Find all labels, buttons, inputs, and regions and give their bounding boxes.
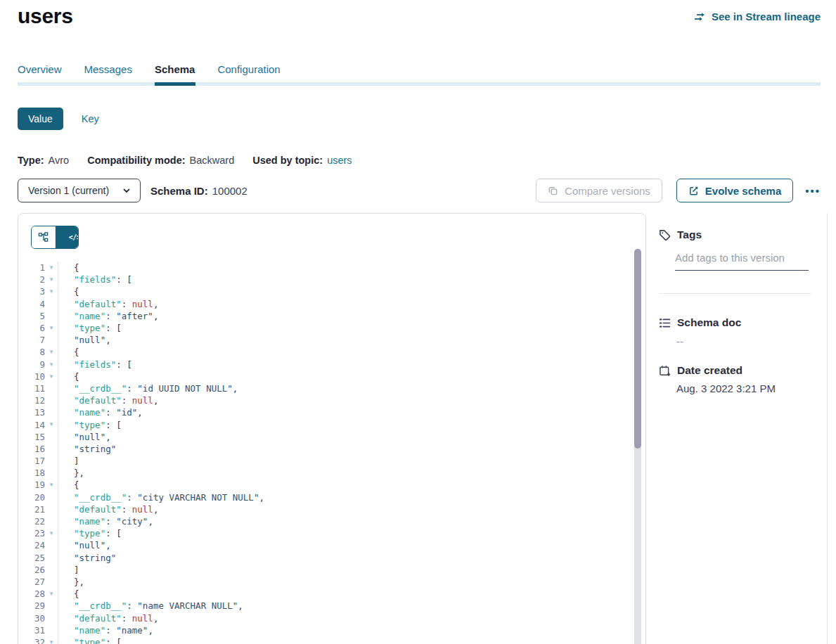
code-line: 26 ] <box>18 564 645 576</box>
code-line: 1▾{ <box>18 262 645 273</box>
code-line: 3▾ { <box>18 285 645 297</box>
code-text: "__crdb__": "id UUID NOT NULL", <box>58 382 238 394</box>
code-line: 6▾ "type": [ <box>18 322 645 334</box>
line-number: 28 <box>18 588 45 599</box>
code-line: 27 }, <box>18 576 645 588</box>
code-line: 30 "default": null, <box>18 612 645 624</box>
code-text: { <box>58 262 79 273</box>
schema-details-sidebar: Tags Schema doc -- Date created Aug. 3 2… <box>657 213 828 644</box>
version-select[interactable]: Version 1 (current) <box>18 179 141 202</box>
tag-icon <box>659 229 671 241</box>
meta-value: Backward <box>190 155 235 166</box>
line-number: 27 <box>18 577 45 587</box>
editor-scrollbar-thumb[interactable] <box>634 249 641 449</box>
line-number: 18 <box>18 468 45 478</box>
line-number: 23 <box>18 528 45 539</box>
evolve-schema-label: Evolve schema <box>705 185 781 197</box>
fold-toggle-icon[interactable]: ▾ <box>45 273 58 285</box>
code-line: 28▾ { <box>18 588 645 600</box>
evolve-schema-button[interactable]: Evolve schema <box>676 179 793 202</box>
editor-scrollbar-track[interactable] <box>634 249 641 644</box>
schema-meta-row: Type:AvroCompatibility mode:BackwardUsed… <box>18 155 352 166</box>
code-text: "type": [ <box>58 322 122 334</box>
value-toggle-button[interactable]: Value <box>18 108 63 130</box>
code-text: { <box>58 346 79 358</box>
code-view-button[interactable]: </> <box>55 226 78 248</box>
fold-toggle-icon[interactable]: ▾ <box>45 285 58 297</box>
fold-toggle-icon[interactable]: ▾ <box>45 527 58 539</box>
meta-item: Compatibility mode:Backward <box>87 155 234 166</box>
line-number: 25 <box>18 553 45 563</box>
line-number: 13 <box>18 407 45 418</box>
code-line: 15 "null", <box>18 431 645 443</box>
line-number: 6 <box>18 323 45 333</box>
fold-toggle-icon[interactable]: ▾ <box>45 346 58 358</box>
line-number: 24 <box>18 540 45 550</box>
line-number: 11 <box>18 383 45 394</box>
schema-doc-section-header: Schema doc <box>659 316 741 329</box>
line-number: 22 <box>18 516 45 527</box>
fold-toggle-icon[interactable]: ▾ <box>45 636 58 644</box>
code-text: "string" <box>58 443 116 455</box>
meta-label: Type: <box>18 155 44 166</box>
code-text: ] <box>58 455 79 467</box>
line-number: 9 <box>18 359 45 370</box>
code-text: }, <box>58 576 84 588</box>
tab-overview[interactable]: Overview <box>18 63 62 75</box>
code-line: 21 "default": null, <box>18 503 645 515</box>
meta-value-link[interactable]: users <box>327 155 352 166</box>
code-text: "name": "id", <box>58 406 143 418</box>
code-text: { <box>58 479 79 491</box>
code-line: 18 }, <box>18 467 645 479</box>
line-number: 1 <box>18 262 45 273</box>
code-text: "__crdb__": "name VARCHAR NULL", <box>58 600 243 612</box>
line-number: 17 <box>18 456 45 466</box>
code-line: 11 "__crdb__": "id UUID NOT NULL", <box>18 382 645 394</box>
tags-section-header: Tags <box>659 228 702 241</box>
code-lines: 1▾{2▾ "fields": [3▾ {4 "default": null,5… <box>18 262 645 644</box>
more-options-button[interactable]: ••• <box>805 185 821 197</box>
sidebar-divider <box>659 293 811 294</box>
tab-messages[interactable]: Messages <box>84 63 132 75</box>
double-arrow-right-icon <box>694 12 706 22</box>
code-line: 32▾ "type": [ <box>18 636 645 644</box>
code-text: "fields": [ <box>58 273 132 285</box>
fold-toggle-icon[interactable]: ▾ <box>45 371 58 382</box>
line-number: 30 <box>18 613 45 624</box>
line-number: 20 <box>18 492 45 503</box>
see-in-stream-lineage-link[interactable]: See in Stream lineage <box>694 11 821 22</box>
code-text: "default": null, <box>58 394 158 406</box>
schema-id-value: 100002 <box>212 185 247 197</box>
fold-toggle-icon[interactable]: ▾ <box>45 359 58 371</box>
code-line: 14▾ "type": [ <box>18 418 645 430</box>
code-text: "default": null, <box>58 503 158 515</box>
code-line: 8▾ { <box>18 346 645 358</box>
fold-toggle-icon[interactable]: ▾ <box>45 479 58 491</box>
tree-view-button[interactable] <box>32 226 55 248</box>
meta-label: Used by topic: <box>252 155 323 166</box>
fold-toggle-icon[interactable]: ▾ <box>45 588 58 600</box>
code-text: "name": "name", <box>58 624 153 636</box>
fold-toggle-icon[interactable]: ▾ <box>45 262 58 273</box>
fold-toggle-icon[interactable]: ▾ <box>45 418 58 430</box>
key-toggle-button[interactable]: Key <box>82 113 99 124</box>
tab-configuration[interactable]: Configuration <box>217 63 280 75</box>
code-line: 4 "default": null, <box>18 298 645 310</box>
line-number: 26 <box>18 565 45 575</box>
line-number: 19 <box>18 479 45 490</box>
code-line: 2▾ "fields": [ <box>18 273 645 285</box>
tab-schema[interactable]: Schema <box>155 63 195 75</box>
compare-versions-button[interactable]: Compare versions <box>536 179 662 202</box>
line-number: 31 <box>18 625 45 636</box>
code-line: 23▾ "type": [ <box>18 527 645 539</box>
edit-pencil-square-icon <box>688 186 699 196</box>
code-text: ] <box>58 564 79 576</box>
add-tags-input[interactable] <box>675 252 809 271</box>
date-created-section-header: Date created <box>659 364 742 377</box>
schema-doc-title: Schema doc <box>677 316 741 329</box>
line-number: 7 <box>18 335 45 345</box>
tags-title: Tags <box>677 228 702 241</box>
meta-value: Avro <box>49 155 70 166</box>
fold-toggle-icon[interactable]: ▾ <box>45 322 58 334</box>
code-line: 19▾ { <box>18 479 645 491</box>
